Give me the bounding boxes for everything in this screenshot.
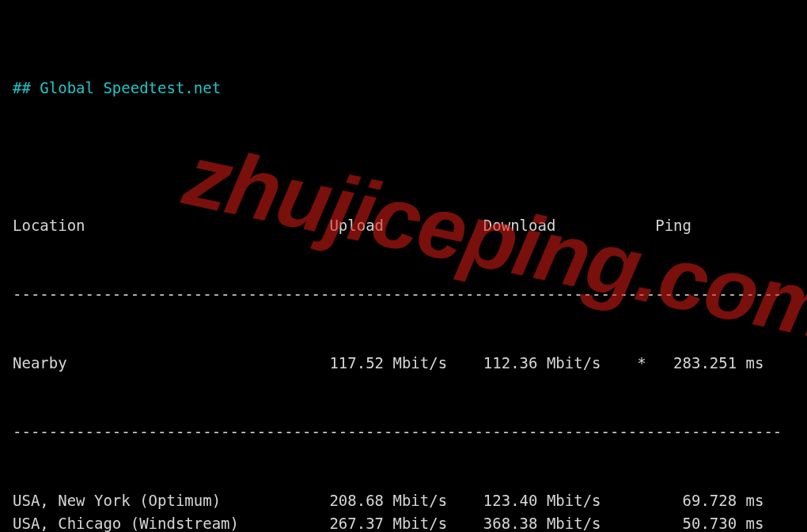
cell-location: Nearby xyxy=(13,354,329,372)
cell-download: 112.36 Mbit/s xyxy=(483,354,637,372)
col-location: Location xyxy=(13,217,329,234)
cell-upload: 208.68 Mbit/s xyxy=(329,492,483,509)
table-row: USA, New York (Optimum) 208.68 Mbit/s 12… xyxy=(13,489,794,512)
cell-download: 368.38 Mbit/s xyxy=(483,515,637,532)
col-download: Download xyxy=(483,217,637,234)
cell-ping: * 283.251 ms xyxy=(637,354,763,372)
divider-dashes: ----------------------------------------… xyxy=(13,283,794,306)
section-title: ## Global Speedtest.net xyxy=(13,77,794,100)
table-row: USA, Chicago (Windstream) 267.37 Mbit/s … xyxy=(13,512,794,532)
cell-upload: 117.52 Mbit/s xyxy=(329,354,483,372)
terminal-output: zhujiceping.com ## Global Speedtest.net … xyxy=(0,0,807,532)
divider-dashes: ----------------------------------------… xyxy=(13,421,794,443)
col-upload: Upload xyxy=(329,217,483,234)
blank-line xyxy=(13,145,794,168)
cell-ping: 50.730 ms xyxy=(637,515,763,532)
cell-location: USA, Chicago (Windstream) xyxy=(13,515,329,532)
cell-upload: 267.37 Mbit/s xyxy=(329,515,483,532)
nearby-row: Nearby 117.52 Mbit/s 112.36 Mbit/s * 283… xyxy=(13,352,794,375)
col-ping: Ping xyxy=(637,217,691,234)
rows-container: USA, New York (Optimum) 208.68 Mbit/s 12… xyxy=(13,489,794,532)
header-row: Location Upload Download Ping xyxy=(13,214,794,237)
cell-ping: 69.728 ms xyxy=(637,492,763,509)
cell-location: USA, New York (Optimum) xyxy=(13,492,329,509)
cell-download: 123.40 Mbit/s xyxy=(483,492,637,509)
